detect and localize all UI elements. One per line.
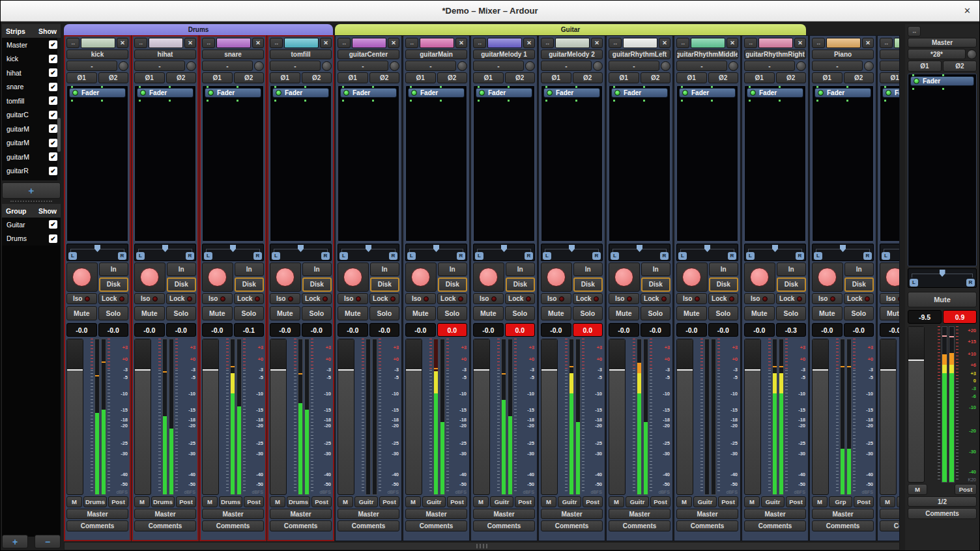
comments-button[interactable]: Comments (676, 520, 738, 531)
record-enable-button[interactable] (547, 268, 566, 287)
comments-button[interactable]: Comments (880, 520, 900, 531)
fader-processor-button[interactable]: Fader (137, 88, 194, 98)
record-enable-cell[interactable] (473, 262, 504, 292)
strip-name-button[interactable]: guitarMain (405, 49, 467, 59)
strips-list-scrollbar[interactable] (57, 38, 61, 180)
group-show-checkbox[interactable]: ✔ (49, 220, 57, 229)
phase-1-button[interactable]: Ø1 (609, 72, 639, 83)
record-enable-button[interactable] (140, 268, 159, 287)
strip-color-bar[interactable] (216, 38, 251, 48)
monitor-input-button[interactable]: In (506, 262, 536, 276)
gain-display[interactable]: -0.0 (405, 323, 436, 337)
solo-button[interactable]: Solo (505, 306, 536, 320)
monitor-disk-button[interactable]: Disk (709, 277, 739, 292)
solo-isolate-button[interactable]: Iso (609, 293, 639, 304)
record-enable-button[interactable] (750, 268, 769, 287)
channel-fader[interactable] (812, 339, 829, 495)
monitor-disk-button[interactable]: Disk (235, 277, 265, 292)
sidebar-group-row[interactable]: Drums✔ (2, 232, 61, 246)
pan-control[interactable]: LR (609, 244, 670, 261)
record-enable-button[interactable] (411, 268, 430, 287)
fader-processor-button[interactable]: Fader (340, 88, 397, 98)
strip-width-icon[interactable]: ↔ (405, 38, 418, 48)
meter-point-button[interactable]: Post (786, 496, 806, 507)
strip-name-button[interactable]: kick (66, 49, 128, 59)
meter-point-button[interactable]: Post (108, 496, 128, 507)
mute-button[interactable]: Mute (202, 306, 233, 320)
processor-box[interactable]: Fader (812, 85, 874, 242)
meter-point-button[interactable]: Post (650, 496, 670, 507)
input-source-button[interactable]: - (405, 61, 456, 71)
meter-point-button[interactable]: Post (718, 496, 738, 507)
phase-1-button[interactable]: Ø1 (744, 72, 775, 83)
mute-button[interactable]: Mute (134, 306, 165, 320)
peak-display[interactable]: -0.0 (98, 323, 129, 337)
record-enable-cell[interactable] (338, 262, 369, 292)
record-enable-button[interactable] (682, 268, 701, 287)
monitor-input-button[interactable]: In (777, 262, 807, 276)
master-output-button[interactable]: 1/2 (908, 496, 977, 507)
trim-knob[interactable] (119, 61, 128, 71)
processor-box[interactable]: Fader (908, 74, 977, 266)
metering-button[interactable]: M (202, 496, 218, 507)
record-enable-button[interactable] (343, 268, 362, 287)
gain-display[interactable]: -0.0 (609, 323, 639, 337)
output-button[interactable]: Master (66, 509, 128, 519)
input-source-button[interactable]: - (202, 61, 253, 71)
strip-close-icon[interactable]: ✕ (862, 38, 874, 48)
metering-button[interactable]: M (270, 496, 285, 507)
channel-fader[interactable] (134, 339, 151, 495)
show-column-label[interactable]: Show (38, 27, 57, 35)
solo-isolate-button[interactable]: Iso (676, 293, 707, 304)
gain-display[interactable]: -0.0 (202, 323, 233, 337)
mute-button[interactable]: Mute (880, 306, 900, 320)
peak-display[interactable]: 0.9 (943, 310, 977, 324)
meter-point-button[interactable]: Post (515, 496, 535, 507)
processor-box[interactable]: Fader (609, 85, 670, 242)
processor-box[interactable]: Fader (744, 85, 806, 242)
peak-display[interactable]: -0.0 (844, 323, 874, 337)
record-enable-button[interactable] (72, 268, 91, 287)
strip-name-button[interactable]: guitarRhythmMiddle (676, 49, 738, 59)
gain-display[interactable]: -0.0 (676, 323, 707, 337)
output-button[interactable]: Master (541, 509, 603, 519)
sidebar-strip-row[interactable]: kick✔ (2, 52, 61, 66)
strip-width-icon[interactable]: ↔ (66, 38, 79, 48)
window-close-icon[interactable]: ✕ (964, 7, 971, 15)
strip-color-bar[interactable] (284, 38, 319, 48)
solo-isolate-button[interactable]: Iso (202, 293, 233, 304)
comments-button[interactable]: Comments (812, 520, 874, 531)
fader-processor-button[interactable]: Fader (69, 88, 126, 98)
solo-lock-button[interactable]: Lock (234, 293, 265, 304)
monitor-input-button[interactable]: In (235, 262, 265, 276)
output-button[interactable]: Master (134, 509, 196, 519)
mute-button[interactable]: Mute (676, 306, 707, 320)
strip-width-icon[interactable]: ↔ (202, 38, 215, 48)
strip-close-icon[interactable]: ✕ (388, 38, 399, 48)
phase-1-button[interactable]: Ø1 (880, 72, 900, 83)
channel-fader[interactable] (270, 339, 287, 495)
scrollbar-handle[interactable] (57, 118, 61, 152)
solo-lock-button[interactable]: Lock (844, 293, 874, 304)
comments-button[interactable]: Comments (405, 520, 467, 531)
mute-button[interactable]: Mute (405, 306, 436, 320)
record-enable-cell[interactable] (202, 262, 233, 292)
comments-button[interactable]: Comments (908, 508, 977, 519)
record-enable-cell[interactable] (676, 262, 708, 292)
solo-button[interactable]: Solo (844, 306, 874, 320)
peak-display[interactable]: -0.0 (302, 323, 332, 337)
solo-isolate-button[interactable]: Iso (66, 293, 97, 304)
group-button[interactable]: Drums (287, 496, 310, 507)
phase-1-button[interactable]: Ø1 (473, 72, 504, 83)
output-button[interactable]: Master (880, 509, 900, 519)
trim-knob[interactable] (796, 61, 806, 71)
record-enable-button[interactable] (208, 268, 227, 287)
monitor-disk-button[interactable]: Disk (370, 277, 400, 292)
mute-button[interactable]: Mute (270, 306, 300, 320)
monitor-disk-button[interactable]: Disk (302, 277, 332, 292)
comments-button[interactable]: Comments (338, 520, 399, 531)
strip-width-icon[interactable]: ↔ (812, 38, 825, 48)
meter-point-button[interactable]: Post (955, 484, 977, 495)
fader-processor-button[interactable]: Fader (543, 88, 600, 98)
group-button[interactable]: Guitr (422, 496, 446, 507)
